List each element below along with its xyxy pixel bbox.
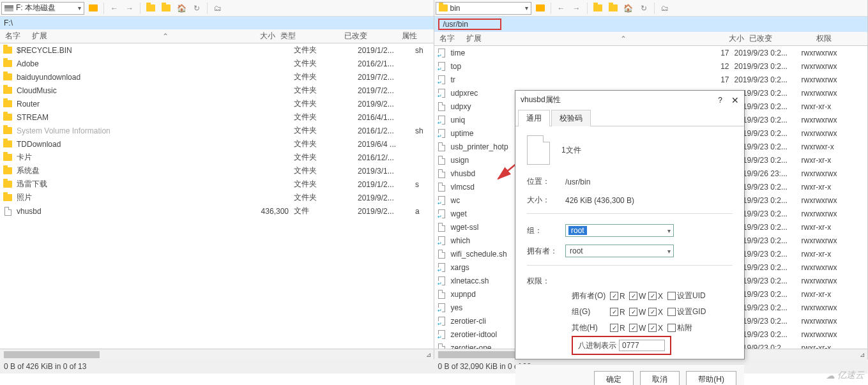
- cell-perm: rwxr-xr-x: [802, 102, 853, 111]
- owner-r-checkbox[interactable]: ✓R: [610, 292, 629, 301]
- right-toolbar: bin ▾ ← → 🏠 ↻ 🗂: [434, 0, 868, 17]
- table-row[interactable]: Adobe文件夹2016/2/1...: [0, 57, 434, 70]
- other-x-checkbox[interactable]: ✓X: [648, 324, 667, 333]
- folder-icon: [3, 114, 12, 121]
- left-column-headers[interactable]: 名字 扩展 ⌃ 大小 类型 已改变 属性: [0, 29, 434, 43]
- forward-icon[interactable]: →: [570, 2, 583, 15]
- table-row[interactable]: STREAM文件夹2016/4/1...: [0, 110, 434, 124]
- refresh-icon[interactable]: ↻: [190, 2, 203, 15]
- table-row[interactable]: top122019/9/23 0:2...rwxrwxrwx: [434, 59, 868, 73]
- col-ext[interactable]: 扩展: [466, 33, 530, 44]
- other-w-checkbox[interactable]: ✓W: [629, 324, 648, 333]
- cell-perm: rwxrwxrwx: [802, 49, 853, 57]
- back-icon[interactable]: ←: [108, 2, 121, 15]
- table-row[interactable]: Router文件夹2019/9/2...: [0, 97, 434, 110]
- folder-icon: [3, 181, 12, 188]
- left-path-bar[interactable]: F:\: [0, 17, 434, 29]
- col-ext[interactable]: 扩展: [32, 31, 96, 42]
- setuid-checkbox[interactable]: 设置UID: [667, 291, 725, 301]
- open-folder-icon[interactable]: [534, 2, 547, 15]
- owner-x-checkbox[interactable]: ✓X: [648, 292, 667, 301]
- table-row[interactable]: 照片文件夹2019/9/2...: [0, 191, 434, 204]
- symlink-icon: [438, 263, 445, 272]
- cell-perm: rwxrwxrwx: [802, 62, 853, 71]
- left-filelist[interactable]: $RECYCLE.BIN文件夹2019/1/2...shAdobe文件夹2016…: [0, 43, 434, 349]
- owner-select[interactable]: root▾: [565, 245, 674, 257]
- filename: wc: [451, 196, 461, 205]
- refresh-icon[interactable]: ↻: [637, 2, 650, 15]
- col-type[interactable]: 类型: [280, 31, 344, 42]
- left-status: 0 B of 426 KiB in 0 of 13: [0, 362, 434, 371]
- folder-icon: [3, 100, 12, 107]
- cell-date: 2019/7/2...: [358, 86, 415, 95]
- group-x-checkbox[interactable]: ✓X: [648, 308, 667, 317]
- table-row[interactable]: baiduyundownload文件夹2019/7/2...: [0, 70, 434, 84]
- table-row[interactable]: tr172019/9/23 0:2...rwxrwxrwx: [434, 73, 868, 86]
- cell-date: 2016/12/...: [358, 153, 415, 162]
- table-row[interactable]: vhusbd436,300文件2019/9/2...a: [0, 204, 434, 218]
- tab-checksum[interactable]: 校验码: [551, 110, 591, 126]
- table-row[interactable]: System Volume Information文件夹2016/1/2...s…: [0, 124, 434, 137]
- tree-icon[interactable]: 🗂: [659, 2, 671, 15]
- group-w-checkbox[interactable]: ✓W: [629, 308, 648, 317]
- favorite-icon[interactable]: [591, 2, 604, 15]
- tab-general[interactable]: 通用: [518, 110, 550, 126]
- cell-date: 2019/3/1...: [358, 167, 415, 176]
- octal-input[interactable]: 0777: [619, 340, 665, 351]
- forward-icon[interactable]: →: [123, 2, 136, 15]
- favorite-icon[interactable]: [144, 2, 157, 15]
- col-size[interactable]: 大小: [717, 33, 749, 44]
- col-date[interactable]: 已改变: [344, 31, 402, 42]
- table-row[interactable]: $RECYCLE.BIN文件夹2019/1/2...sh: [0, 43, 434, 57]
- left-drive-selector[interactable]: F: 本地磁盘 ▾: [1, 2, 84, 15]
- setgid-checkbox[interactable]: 设置GID: [667, 306, 725, 317]
- dialog-titlebar[interactable]: vhusbd属性 ? ✕: [515, 91, 744, 109]
- filename: which: [451, 236, 471, 245]
- col-attr[interactable]: 属性: [402, 31, 434, 42]
- group-select[interactable]: root▾: [565, 224, 674, 237]
- back-icon[interactable]: ←: [555, 2, 568, 15]
- col-name[interactable]: 名字: [0, 31, 32, 42]
- table-row[interactable]: 系统盘文件夹2019/3/1...: [0, 164, 434, 177]
- sticky-checkbox[interactable]: 粘附: [667, 322, 725, 333]
- open-folder-icon[interactable]: [87, 2, 100, 15]
- col-size[interactable]: 大小: [236, 31, 280, 42]
- help-button[interactable]: 帮助(H): [686, 371, 736, 385]
- help-icon[interactable]: ?: [718, 96, 722, 105]
- symlink-icon: [438, 116, 445, 125]
- cell-type: 文件夹: [294, 98, 358, 109]
- table-row[interactable]: 迅雷下载文件夹2019/1/2...s: [0, 177, 434, 191]
- tree-icon[interactable]: 🗂: [211, 2, 224, 15]
- home-icon[interactable]: 🏠: [175, 2, 188, 15]
- cell-date: 2019/9/23 0:2...: [735, 62, 802, 71]
- symlink-icon: [438, 62, 445, 71]
- col-date[interactable]: 已改变: [749, 33, 816, 44]
- left-scrollbar[interactable]: ⊿: [0, 349, 434, 359]
- cell-perm: rwxrwxrwx: [802, 276, 853, 285]
- right-path-bar[interactable]: /usr/bin: [434, 17, 868, 32]
- favorite2-icon[interactable]: [607, 2, 620, 15]
- left-pane: F: 本地磁盘 ▾ ← → 🏠 ↻ 🗂 F:\ 名字 扩展 ⌃ 大小 类型 已改…: [0, 0, 434, 359]
- owner-w-checkbox[interactable]: ✓W: [629, 292, 648, 301]
- right-drive-selector[interactable]: bin ▾: [436, 2, 531, 15]
- close-icon[interactable]: ✕: [731, 95, 739, 105]
- other-r-checkbox[interactable]: ✓R: [610, 324, 629, 333]
- cell-attr: sh: [415, 46, 434, 55]
- group-r-checkbox[interactable]: ✓R: [610, 308, 629, 317]
- col-perm[interactable]: 权限: [816, 33, 867, 44]
- filename: xupnpd: [451, 290, 476, 299]
- table-row[interactable]: time172019/9/23 0:2...rwxrwxrwx: [434, 46, 868, 59]
- table-row[interactable]: 卡片文件夹2016/12/...: [0, 151, 434, 164]
- table-row[interactable]: TDDownload文件夹2019/6/4 ...: [0, 137, 434, 151]
- folder-icon: [3, 154, 12, 161]
- table-row[interactable]: CloudMusic文件夹2019/7/2...: [0, 84, 434, 97]
- favorite2-icon[interactable]: [160, 2, 172, 15]
- ok-button[interactable]: 确定: [594, 371, 634, 385]
- right-column-headers[interactable]: 名字 扩展 ⌃ 大小 已改变 权限: [434, 32, 868, 46]
- cancel-button[interactable]: 取消: [640, 371, 680, 385]
- filename: Router: [17, 100, 40, 109]
- home-icon[interactable]: 🏠: [622, 2, 635, 15]
- col-name[interactable]: 名字: [434, 33, 466, 44]
- symlink-icon: [438, 236, 445, 245]
- folder-icon: [3, 167, 12, 174]
